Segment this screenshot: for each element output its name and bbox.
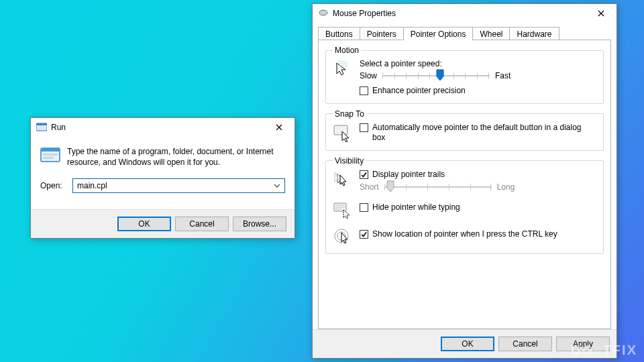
visibility-group: Visibility Display pointer trails Short bbox=[325, 156, 604, 255]
pointer-trails-icon bbox=[333, 170, 353, 190]
pointer-trails-slider[interactable] bbox=[384, 181, 492, 193]
run-cancel-button[interactable]: Cancel bbox=[175, 217, 229, 231]
run-dialog: Run Type the name of a program, folder, … bbox=[30, 117, 295, 239]
mouse-close-button[interactable] bbox=[587, 5, 615, 22]
run-app-icon bbox=[40, 146, 60, 165]
pointer-trails-label: Display pointer trails bbox=[372, 170, 445, 180]
hide-pointer-label: Hide pointer while typing bbox=[372, 202, 460, 213]
speed-slow-label: Slow bbox=[360, 71, 377, 80]
trails-short-label: Short bbox=[360, 182, 379, 192]
ctrl-locate-checkbox[interactable] bbox=[360, 230, 368, 239]
mouse-titlebar[interactable]: Mouse Properties bbox=[313, 4, 616, 23]
pointer-speed-label: Select a pointer speed: bbox=[360, 59, 596, 68]
snapto-checkbox[interactable] bbox=[360, 123, 368, 132]
snapto-label: Automatically move pointer to the defaul… bbox=[372, 123, 596, 143]
run-close-button[interactable] bbox=[265, 119, 293, 136]
snapto-icon bbox=[333, 123, 353, 143]
trails-long-label: Long bbox=[497, 182, 515, 192]
mouse-title-icon bbox=[318, 9, 329, 19]
mouse-tabs: Buttons Pointers Pointer Options Wheel H… bbox=[318, 25, 611, 40]
svg-rect-5 bbox=[43, 157, 54, 159]
mouse-title: Mouse Properties bbox=[333, 9, 587, 18]
hide-pointer-icon bbox=[333, 200, 353, 220]
tab-wheel[interactable]: Wheel bbox=[472, 27, 510, 40]
run-description: Type the name of a program, folder, docu… bbox=[67, 146, 285, 168]
hide-pointer-checkbox[interactable] bbox=[360, 203, 368, 212]
run-browse-button[interactable]: Browse... bbox=[233, 217, 286, 231]
run-title: Run bbox=[51, 123, 265, 132]
tab-buttons[interactable]: Buttons bbox=[318, 27, 360, 40]
ctrl-locate-icon bbox=[333, 227, 353, 247]
watermark-text: UG≡TFIX bbox=[571, 343, 637, 358]
svg-point-6 bbox=[319, 10, 327, 15]
svg-rect-1 bbox=[36, 123, 47, 125]
mouse-cancel-button[interactable]: Cancel bbox=[498, 337, 552, 351]
mouse-ok-button[interactable]: OK bbox=[441, 337, 494, 351]
run-open-label: Open: bbox=[40, 181, 72, 190]
svg-rect-3 bbox=[41, 148, 60, 152]
ctrl-locate-label: Show location of pointer when I press th… bbox=[372, 229, 557, 240]
trails-slider-thumb[interactable] bbox=[386, 180, 394, 192]
tab-hardware[interactable]: Hardware bbox=[509, 27, 559, 40]
visibility-legend: Visibility bbox=[333, 156, 366, 166]
speed-fast-label: Fast bbox=[495, 71, 511, 80]
svg-rect-7 bbox=[334, 125, 347, 135]
svg-rect-4 bbox=[43, 154, 58, 156]
pointer-speed-icon bbox=[333, 59, 353, 79]
run-ok-button[interactable]: OK bbox=[117, 217, 171, 231]
enhance-precision-checkbox[interactable] bbox=[360, 86, 368, 95]
snapto-group: Snap To Automatically move pointer to th… bbox=[325, 109, 604, 151]
motion-legend: Motion bbox=[333, 46, 361, 55]
run-titlebar[interactable]: Run bbox=[31, 118, 294, 137]
run-open-input[interactable]: main.cpl bbox=[72, 178, 285, 193]
run-button-row: OK Cancel Browse... bbox=[31, 209, 294, 238]
run-open-value: main.cpl bbox=[77, 181, 274, 190]
tab-pointers[interactable]: Pointers bbox=[360, 27, 404, 40]
mouse-properties-dialog: Mouse Properties Buttons Pointers Pointe… bbox=[312, 3, 617, 359]
snapto-legend: Snap To bbox=[333, 109, 366, 119]
speed-slider-thumb[interactable] bbox=[436, 69, 444, 81]
chevron-down-icon[interactable] bbox=[274, 184, 280, 188]
pointer-trails-checkbox[interactable] bbox=[360, 170, 368, 179]
run-title-icon bbox=[36, 122, 47, 133]
enhance-precision-label: Enhance pointer precision bbox=[372, 86, 466, 97]
pointer-speed-slider[interactable] bbox=[382, 70, 490, 82]
motion-group: Motion Select a pointer speed: Slow bbox=[325, 46, 604, 104]
pointer-options-panel: Motion Select a pointer speed: Slow bbox=[318, 40, 611, 329]
tab-pointer-options[interactable]: Pointer Options bbox=[403, 27, 474, 40]
